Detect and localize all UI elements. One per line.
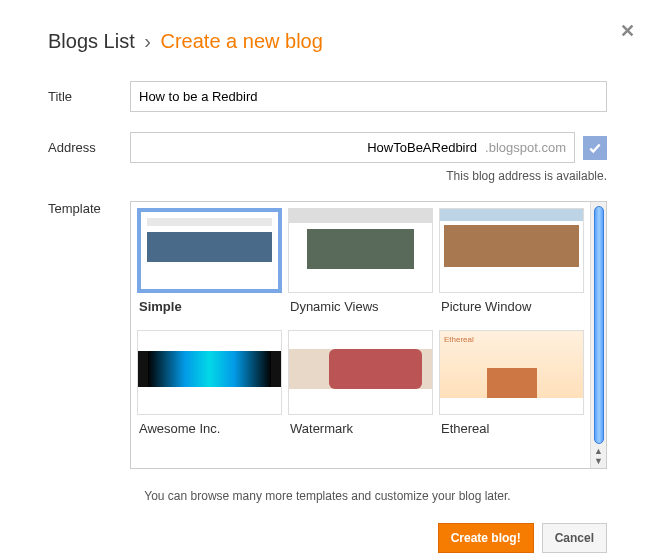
cancel-button[interactable]: Cancel: [542, 523, 607, 553]
dialog-footer: Create blog! Cancel: [48, 523, 607, 553]
title-input[interactable]: [130, 81, 607, 112]
template-item-dynamic[interactable]: Dynamic Views: [288, 208, 433, 324]
address-status: This blog address is available.: [130, 169, 607, 183]
template-label: Template: [48, 201, 130, 216]
create-blog-button[interactable]: Create blog!: [438, 523, 534, 553]
address-row: Address .blogspot.com: [48, 132, 607, 163]
address-input-wrap: .blogspot.com: [130, 132, 575, 163]
scrollbar-thumb[interactable]: [594, 206, 604, 444]
address-suffix: .blogspot.com: [481, 133, 574, 162]
title-row: Title: [48, 81, 607, 112]
template-name: Ethereal: [439, 415, 584, 446]
scroll-down-icon[interactable]: ▼: [594, 456, 603, 466]
template-name: Simple: [137, 293, 282, 324]
dialog-header: Blogs List › Create a new blog: [48, 30, 607, 53]
template-item-watermark[interactable]: Watermark: [288, 330, 433, 446]
page-title: Create a new blog: [161, 30, 323, 52]
title-label: Title: [48, 89, 130, 104]
template-item-ethereal[interactable]: EtherealEthereal: [439, 330, 584, 446]
template-item-awesome[interactable]: Awesome Inc.: [137, 330, 282, 446]
template-thumb: [288, 208, 433, 293]
template-item-simple[interactable]: Simple: [137, 208, 282, 324]
scrollbar[interactable]: ▲ ▼: [590, 202, 606, 468]
template-name: Awesome Inc.: [137, 415, 282, 446]
template-thumb: [137, 208, 282, 293]
template-thumb: Ethereal: [439, 330, 584, 415]
templates-box: SimpleDynamic ViewsPicture WindowAwesome…: [130, 201, 607, 469]
template-item-picture[interactable]: Picture Window: [439, 208, 584, 324]
scroll-up-icon[interactable]: ▲: [594, 446, 603, 456]
breadcrumb[interactable]: Blogs List: [48, 30, 135, 52]
template-name: Dynamic Views: [288, 293, 433, 324]
template-row: Template SimpleDynamic ViewsPicture Wind…: [48, 201, 607, 469]
browse-hint: You can browse many more templates and c…: [48, 489, 607, 503]
template-thumb: [137, 330, 282, 415]
template-thumb: [288, 330, 433, 415]
check-icon: [583, 136, 607, 160]
template-name: Picture Window: [439, 293, 584, 324]
close-icon[interactable]: ✕: [620, 20, 635, 42]
create-blog-dialog: ✕ Blogs List › Create a new blog Title A…: [0, 0, 655, 557]
template-name: Watermark: [288, 415, 433, 446]
address-label: Address: [48, 140, 130, 155]
address-input[interactable]: [131, 133, 481, 162]
breadcrumb-separator: ›: [144, 30, 151, 52]
template-thumb: [439, 208, 584, 293]
